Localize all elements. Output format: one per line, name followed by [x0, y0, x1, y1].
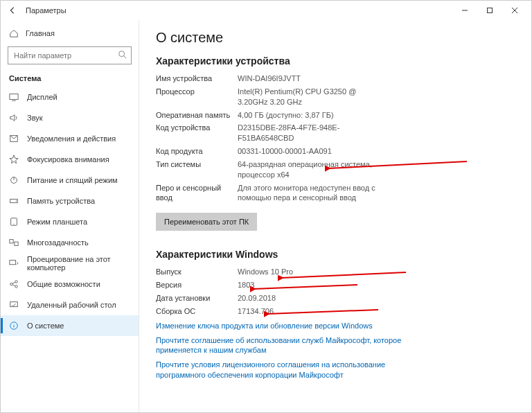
svg-rect-15 — [10, 302, 18, 307]
minimize-button[interactable] — [452, 1, 477, 20]
storage-icon — [9, 196, 19, 206]
product-id-label: Код продукта — [156, 146, 238, 157]
svg-rect-9 — [10, 240, 13, 243]
product-id-value: 00331-10000-00001-AA091 — [238, 146, 383, 157]
multitasking-icon — [9, 238, 19, 247]
system-type-label: Тип системы — [156, 159, 238, 180]
version-label: Версия — [156, 280, 238, 290]
windows-specs-heading: Характеристики Windows — [156, 249, 515, 260]
close-button[interactable] — [502, 1, 527, 20]
power-icon — [9, 175, 19, 185]
svg-point-14 — [15, 285, 18, 288]
svg-point-12 — [10, 283, 13, 285]
maximize-button[interactable] — [477, 1, 502, 20]
titlebar: Параметры — [1, 1, 531, 20]
nav-power[interactable]: Питание и спящий режим — [1, 170, 139, 191]
system-type-value: 64-разрядная операционная система, проце… — [238, 159, 383, 180]
nav-display[interactable]: Дисплей — [1, 87, 139, 107]
category-header: Система — [1, 71, 139, 87]
cpu-value: Intel(R) Pentium(R) CPU G3250 @ 3.20GHz … — [238, 87, 383, 107]
svg-rect-10 — [15, 242, 18, 245]
back-button[interactable] — [5, 3, 20, 18]
svg-rect-0 — [488, 8, 493, 13]
version-value: 1803 — [238, 280, 383, 290]
pen-label: Перо и сенсорный ввод — [156, 183, 238, 204]
device-name-value: WIN-DAI96I9JVTT — [238, 73, 383, 84]
nav-multitasking[interactable]: Многозадачность — [1, 232, 139, 253]
sound-icon — [9, 113, 19, 123]
nav-sound[interactable]: Звук — [1, 107, 139, 128]
projecting-icon — [9, 258, 19, 268]
nav-tablet[interactable]: Режим планшета — [1, 211, 139, 232]
home-label: Главная — [26, 29, 55, 37]
search-icon — [118, 50, 127, 60]
svg-point-8 — [13, 224, 14, 225]
rename-pc-button[interactable]: Переименовать этот ПК — [156, 213, 257, 231]
edition-label: Выпуск — [156, 267, 238, 277]
ram-label: Оперативная память — [156, 110, 238, 121]
remote-icon — [9, 300, 19, 310]
svg-point-1 — [119, 51, 125, 57]
nav-notifications[interactable]: Уведомления и действия — [1, 128, 139, 149]
about-icon — [9, 321, 19, 331]
pen-value: Для этого монитора недоступен ввод с пом… — [238, 183, 383, 204]
search-box[interactable] — [8, 46, 132, 64]
window-title: Параметры — [26, 6, 66, 15]
installed-label: Дата установки — [156, 293, 238, 304]
device-id-label: Код устройства — [156, 123, 238, 143]
installed-value: 20.09.2018 — [238, 293, 383, 304]
device-id-value: D2315DBE-28FA-4F7E-948E-F51BA6548CBD — [238, 123, 383, 143]
nav-focus[interactable]: Фокусировка внимания — [1, 149, 139, 170]
sidebar: Главная Система Дисплей Звук Уведомления… — [1, 20, 139, 412]
nav-projecting[interactable]: Проецирование на этот компьютер — [1, 253, 139, 274]
edition-value: Windows 10 Pro — [238, 267, 383, 277]
link-license-terms[interactable]: Прочтите условия лицензионного соглашени… — [156, 360, 405, 380]
page-title: О системе — [156, 30, 515, 46]
nav-about[interactable]: О системе — [1, 315, 139, 336]
home-icon — [9, 28, 19, 38]
nav-shared[interactable]: Общие возможности — [1, 274, 139, 295]
search-input[interactable] — [8, 46, 132, 64]
svg-rect-2 — [10, 94, 18, 100]
nav-remote[interactable]: Удаленный рабочий стол — [1, 295, 139, 315]
content-area: О системе Характеристики устройства Имя … — [139, 20, 531, 412]
home-link[interactable]: Главная — [1, 24, 139, 42]
focus-icon — [9, 155, 19, 164]
svg-rect-11 — [10, 261, 16, 265]
nav-storage[interactable]: Память устройства — [1, 191, 139, 211]
device-name-label: Имя устройства — [156, 73, 238, 84]
cpu-label: Процессор — [156, 87, 238, 107]
link-services-agreement[interactable]: Прочтите соглашение об использовании слу… — [156, 335, 405, 356]
svg-point-6 — [16, 200, 17, 201]
notifications-icon — [9, 134, 19, 143]
build-value: 17134.706 — [238, 306, 383, 317]
tablet-icon — [9, 217, 19, 227]
ram-value: 4,00 ГБ (доступно: 3,87 ГБ) — [238, 110, 383, 121]
build-label: Сборка ОС — [156, 306, 238, 317]
shared-icon — [9, 279, 19, 289]
display-icon — [9, 92, 19, 102]
device-specs-heading: Характеристики устройства — [156, 55, 515, 67]
link-product-key[interactable]: Изменение ключа продукта или обновление … — [156, 321, 405, 331]
svg-point-13 — [15, 281, 18, 283]
